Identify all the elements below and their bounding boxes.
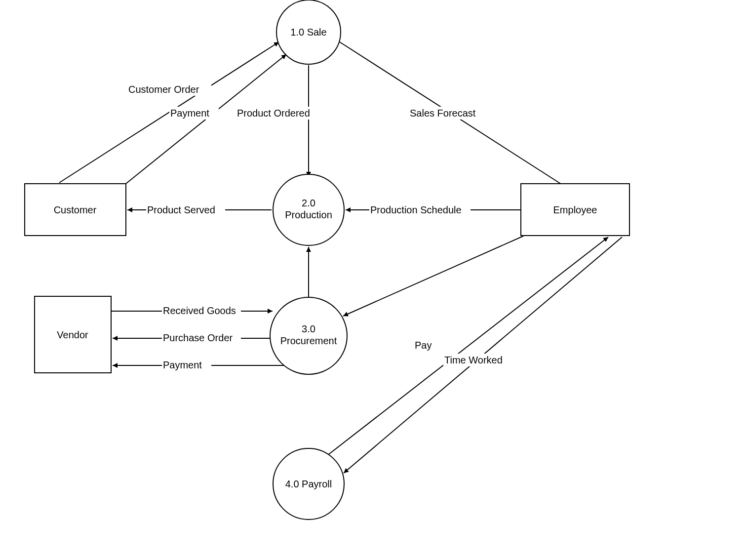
label-product-served: Product Served: [147, 204, 215, 215]
edges: [59, 42, 622, 473]
process-sale: 1.0 Sale: [276, 0, 341, 64]
label-time-worked: Time Worked: [444, 355, 503, 365]
label-payment-customer: Payment: [170, 108, 209, 119]
process-procurement-label2: Procurement: [280, 335, 337, 346]
edge-employee-to-procurement: [343, 236, 523, 316]
label-payment-vendor: Payment: [163, 360, 202, 370]
entity-employee-label: Employee: [553, 204, 597, 215]
entity-vendor: Vendor: [35, 296, 111, 373]
label-production-schedule: Production Schedule: [370, 204, 462, 215]
process-production: 2.0 Production: [273, 174, 344, 245]
entity-customer: Customer: [25, 184, 126, 236]
process-production-label2: Production: [285, 209, 332, 220]
process-production-label1: 2.0: [302, 198, 315, 208]
label-product-ordered: Product Ordered: [237, 108, 310, 119]
label-received-goods: Received Goods: [163, 305, 236, 316]
process-payroll-label: 4.0 Payroll: [285, 479, 332, 489]
process-payroll: 4.0 Payroll: [273, 448, 344, 520]
process-procurement-label1: 3.0: [302, 323, 315, 334]
entity-employee: Employee: [521, 184, 629, 236]
entity-customer-label: Customer: [54, 204, 97, 215]
process-procurement: 3.0 Procurement: [270, 297, 347, 374]
process-sale-label: 1.0 Sale: [290, 27, 326, 38]
label-sales-forecast: Sales Forecast: [410, 108, 476, 119]
label-customer-order: Customer Order: [128, 84, 199, 95]
label-purchase-order: Purchase Order: [163, 332, 233, 343]
entity-vendor-label: Vendor: [57, 329, 88, 340]
label-pay: Pay: [415, 340, 432, 351]
edge-pay: [325, 237, 608, 457]
edge-payment-customer: [121, 54, 286, 188]
